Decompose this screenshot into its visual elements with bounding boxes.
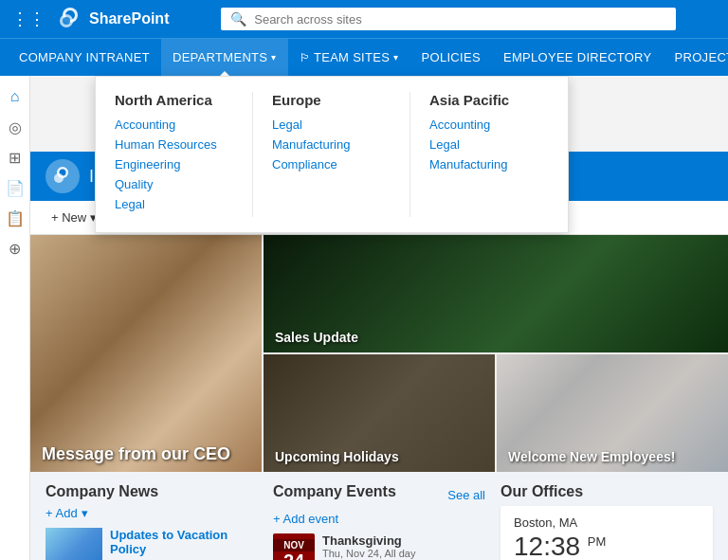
holidays-tile[interactable]: Upcoming Holidays (264, 354, 495, 472)
search-input[interactable] (254, 12, 666, 27)
app-title: SharePoint (89, 10, 169, 27)
dropdown-na-quality[interactable]: Quality (115, 177, 233, 191)
nav-employee-directory[interactable]: EMPLOYEE DIRECTORY (492, 39, 664, 77)
company-news-section: Company News + Add ▾ Updates to Vacation… (46, 483, 258, 560)
departments-arrow-icon: ▾ (271, 52, 276, 63)
region-asia-pacific: Asia Pacific (429, 92, 549, 108)
holidays-caption: Upcoming Holidays (275, 449, 399, 464)
nav-projects[interactable]: PROJECTS (664, 39, 728, 77)
departments-dropdown: North America Accounting Human Resources… (95, 76, 569, 233)
offices-section: Our Offices Boston, MA 12:38 PM Wednesda… (500, 483, 713, 560)
office-ampm: PM (588, 534, 607, 549)
see-all-link[interactable]: See all (447, 488, 485, 502)
left-sidebar: ⌂ ◎ ⊞ 📄 📋 ⊕ (0, 76, 30, 560)
dropdown-europe: Europe Legal Manufacturing Compliance (253, 92, 410, 217)
add-dropdown-icon: ▾ (82, 506, 88, 520)
team-sites-arrow-icon: ▾ (393, 52, 398, 63)
event-title[interactable]: Thanksgiving (322, 533, 415, 548)
news-item: Updates to Vacation Policy We have made … (46, 528, 258, 560)
new-employees-tile[interactable]: Welcome New Employees! (497, 354, 728, 472)
event-time: Thu, Nov 24, All day (322, 548, 415, 559)
dropdown-na-engineering[interactable]: Engineering (115, 157, 233, 172)
offices-title: Our Offices (500, 483, 713, 500)
nav-departments[interactable]: DEPARTMENTS ▾ (161, 39, 288, 77)
navigation-bar: COMPANY INTRANET DEPARTMENTS ▾ 🏳 TEAM SI… (0, 38, 728, 76)
dropdown-eu-legal[interactable]: Legal (272, 117, 391, 132)
nav-policies[interactable]: POLICIES (410, 39, 492, 77)
sidebar-notes-icon[interactable]: 📄 (2, 174, 28, 201)
event-item: NOV 24 Thanksgiving Thu, Nov 24, All day (273, 533, 485, 560)
sidebar-communication-icon[interactable]: ◎ (2, 114, 28, 140)
dropdown-na-accounting[interactable]: Accounting (115, 117, 233, 132)
event-month: NOV (273, 539, 315, 551)
intranet-logo (46, 159, 80, 193)
intranet-logo-icon (51, 165, 74, 188)
region-europe: Europe (272, 92, 391, 108)
sales-caption: Sales Update (275, 330, 358, 345)
sharepoint-logo: SharePoint (57, 6, 169, 32)
dropdown-eu-compliance[interactable]: Compliance (272, 157, 391, 172)
event-details: Thanksgiving Thu, Nov 24, All day (322, 533, 415, 559)
svg-point-3 (63, 17, 70, 25)
dropdown-eu-manufacturing[interactable]: Manufacturing (272, 137, 391, 152)
ceo-message-tile[interactable]: Message from our CEO (30, 235, 262, 472)
sidebar-activity-icon[interactable]: 📋 (2, 205, 28, 231)
sidebar-add-icon[interactable]: ⊕ (2, 235, 28, 262)
news-thumbnail (46, 528, 102, 560)
sales-update-tile[interactable]: Sales Update (264, 235, 728, 352)
bottom-section: Company News + Add ▾ Updates to Vacation… (30, 472, 728, 560)
dropdown-asia-pacific: Asia Pacific Accounting Legal Manufactur… (410, 92, 568, 217)
company-events-section: Company Events See all + Add event NOV 2… (273, 483, 485, 560)
nav-company-intranet[interactable]: COMPANY INTRANET (8, 39, 161, 77)
news-title[interactable]: Updates to Vacation Policy (110, 528, 258, 556)
region-north-america: North America (115, 92, 233, 108)
dropdown-ap-accounting[interactable]: Accounting (429, 117, 549, 132)
sidebar-apps-icon[interactable]: ⊞ (2, 144, 28, 171)
dropdown-na-hr[interactable]: Human Resources (115, 137, 233, 152)
office-card: Boston, MA 12:38 PM Wednesday, 11/16/202… (500, 506, 713, 560)
events-header: Company Events See all (273, 483, 485, 506)
dropdown-ap-legal[interactable]: Legal (429, 137, 549, 152)
news-body: Updates to Vacation Policy We have made … (110, 528, 258, 560)
sharepoint-icon (57, 6, 83, 32)
image-grid: Message from our CEO Sales Update Upcomi… (30, 235, 728, 472)
dropdown-ap-manufacturing[interactable]: Manufacturing (429, 157, 549, 172)
dropdown-na-legal[interactable]: Legal (115, 197, 233, 211)
add-news-link[interactable]: + Add ▾ (46, 506, 258, 520)
event-date-box: NOV 24 (273, 533, 315, 560)
search-bar: 🔍 (221, 8, 676, 30)
employees-caption: Welcome New Employees! (508, 449, 675, 464)
add-event-link[interactable]: + Add event (273, 512, 485, 526)
office-city: Boston, MA (514, 515, 700, 530)
dropdown-north-america: North America Accounting Human Resources… (96, 92, 253, 217)
ceo-caption: Message from our CEO (42, 444, 230, 464)
event-day: 24 (283, 551, 304, 561)
nav-team-sites[interactable]: 🏳 TEAM SITES ▾ (288, 39, 410, 77)
search-icon: 🔍 (230, 11, 246, 27)
sidebar-home-icon[interactable]: ⌂ (2, 83, 28, 110)
team-sites-flag-icon: 🏳 (300, 51, 311, 64)
company-events-title: Company Events (273, 483, 396, 500)
svg-point-6 (54, 173, 64, 183)
waffle-icon[interactable]: ⋮⋮ (8, 5, 49, 33)
company-news-title: Company News (46, 483, 258, 500)
office-time: 12:38 PM (514, 532, 700, 560)
